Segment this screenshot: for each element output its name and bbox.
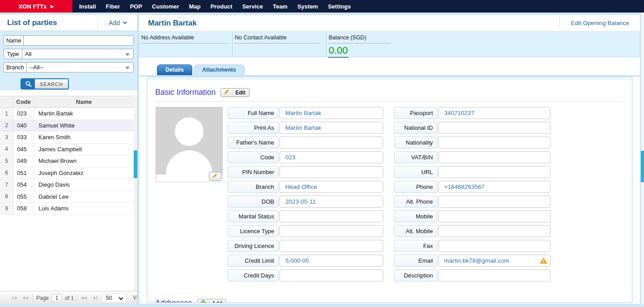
search-button[interactable]: SEARCH: [21, 78, 69, 90]
balance-value-link[interactable]: 0.00: [328, 45, 349, 58]
field-value[interactable]: [280, 166, 383, 178]
field-label: Alt. Phone: [394, 196, 437, 208]
field-label: Marital Status: [228, 210, 279, 222]
field-value[interactable]: Martin Bartak: [280, 122, 383, 134]
view-range-label: View 1 - 9 of 9: [133, 294, 137, 301]
search-button-label: SEARCH: [35, 79, 68, 89]
field-value[interactable]: [438, 269, 551, 281]
field-row: Marital Status: [228, 210, 383, 222]
sidebar-scrollbar[interactable]: [134, 95, 137, 291]
sidebar-title: List of parties: [0, 18, 97, 27]
field-value[interactable]: [438, 225, 551, 237]
branch-filter-select[interactable]: --All--: [26, 62, 134, 72]
add-address-button[interactable]: Add: [197, 299, 226, 303]
tab-attachments[interactable]: Attachments: [194, 64, 245, 75]
nav-item-customer[interactable]: Customer: [147, 0, 184, 13]
row-number-cell: 5: [0, 155, 13, 167]
field-value[interactable]: [280, 269, 383, 281]
field-value[interactable]: [438, 136, 551, 149]
nav-item-product[interactable]: Product: [206, 0, 237, 13]
table-row[interactable]: 8055Gabriel Lee: [0, 191, 134, 203]
field-value[interactable]: 5,000.00: [280, 255, 383, 267]
page-count-label: of 1: [65, 295, 74, 301]
name-cell: Michael Brown: [34, 155, 134, 167]
field-label: Phone: [394, 181, 437, 193]
name-cell: Gabriel Lee: [34, 191, 134, 203]
detail-header: Martin Bartak Edit Opening Balance: [139, 15, 640, 31]
nav-item-fiber[interactable]: Fiber: [101, 0, 125, 13]
field-value[interactable]: martin.bk78@gmail.com: [438, 255, 551, 267]
field-value[interactable]: +16468263567: [438, 181, 551, 193]
summary-underline: [328, 43, 391, 43]
field-value[interactable]: Martin Bartak: [280, 107, 383, 119]
page-bottom-strip: [0, 304, 644, 307]
name-filter-input[interactable]: [23, 35, 134, 46]
field-row: PIN Number: [228, 166, 383, 178]
field-label: Licence Type: [228, 225, 279, 237]
sidebar-scrollbar-thumb[interactable]: [134, 150, 137, 178]
name-cell: Luis Adams: [34, 203, 134, 214]
contact-summary: No Contact Available: [232, 32, 326, 57]
field-value[interactable]: 2023-05-11: [280, 196, 383, 208]
last-page-button[interactable]: [92, 296, 99, 300]
page-scrollbar[interactable]: [641, 13, 644, 307]
field-value[interactable]: 340710237: [438, 107, 551, 119]
add-party-button[interactable]: Add: [98, 15, 137, 30]
table-row[interactable]: 3033Karen Smith: [0, 132, 134, 144]
name-filter-label: Name: [4, 35, 24, 46]
field-row: Full NameMartin Bartak: [228, 107, 383, 119]
table-row[interactable]: 5049Michael Brown: [0, 155, 134, 167]
nav-item-settings[interactable]: Settings: [323, 0, 356, 13]
field-value[interactable]: 023: [280, 151, 383, 163]
first-page-button[interactable]: [11, 296, 18, 300]
field-label: Father's Name: [228, 136, 279, 149]
nav-item-system[interactable]: System: [292, 0, 323, 13]
field-value[interactable]: [280, 225, 383, 237]
chevron-down-icon: [119, 295, 123, 300]
nav-item-team[interactable]: Team: [268, 0, 292, 13]
change-photo-button[interactable]: [209, 172, 221, 181]
type-filter-select[interactable]: All: [22, 49, 134, 59]
basic-information-header: Basic Information Edit: [155, 88, 632, 97]
field-value[interactable]: [438, 122, 551, 134]
field-value[interactable]: [438, 166, 551, 178]
brand-logo[interactable]: XON FTTx ▶: [0, 0, 72, 13]
field-label: Driving Licence: [228, 240, 279, 252]
page-number-input[interactable]: [52, 294, 62, 302]
nav-item-install[interactable]: Install: [74, 0, 101, 13]
row-number-cell: 8: [0, 191, 13, 203]
field-value[interactable]: [438, 210, 551, 222]
table-row[interactable]: 6051Joseph Gonzalez: [0, 167, 134, 179]
field-value[interactable]: [438, 151, 551, 163]
nav-item-pop[interactable]: POP: [125, 0, 147, 13]
nav-item-map[interactable]: Map: [184, 0, 206, 13]
plus-icon: [200, 300, 206, 303]
row-number-cell: 7: [0, 179, 13, 191]
table-row[interactable]: 2040Samuel White: [0, 120, 134, 132]
name-cell: Martin Bartak: [34, 108, 134, 119]
field-value[interactable]: [280, 136, 383, 149]
field-value[interactable]: [438, 196, 551, 208]
tab-details[interactable]: Details: [157, 64, 192, 75]
field-value[interactable]: Head Office: [280, 181, 383, 193]
table-row[interactable]: 9058Luis Adams: [0, 203, 134, 215]
page-size-select[interactable]: 50: [102, 294, 126, 303]
field-value[interactable]: [438, 240, 551, 252]
prev-page-button[interactable]: [21, 296, 30, 300]
table-row[interactable]: 7054Diego Davis: [0, 179, 134, 191]
code-cell: 051: [13, 167, 34, 179]
table-row[interactable]: 4045James Campbell: [0, 144, 134, 156]
table-row[interactable]: 1023Martin Bartak: [0, 108, 134, 120]
brand-label: XON FTTx: [19, 3, 47, 10]
edit-basic-info-button[interactable]: Edit: [220, 88, 250, 97]
field-label: Nationality: [394, 136, 437, 149]
field-value[interactable]: [280, 240, 383, 252]
edit-opening-balance-button[interactable]: Edit Opening Balance: [559, 15, 640, 31]
page-scrollbar-thumb[interactable]: [641, 151, 644, 182]
add-address-label: Add: [212, 300, 222, 303]
nav-item-service[interactable]: Service: [237, 0, 268, 13]
next-page-button[interactable]: [80, 296, 89, 300]
field-value[interactable]: [280, 210, 383, 222]
avatar-body-shape: [166, 150, 212, 175]
name-filter-row: Name: [4, 35, 134, 46]
